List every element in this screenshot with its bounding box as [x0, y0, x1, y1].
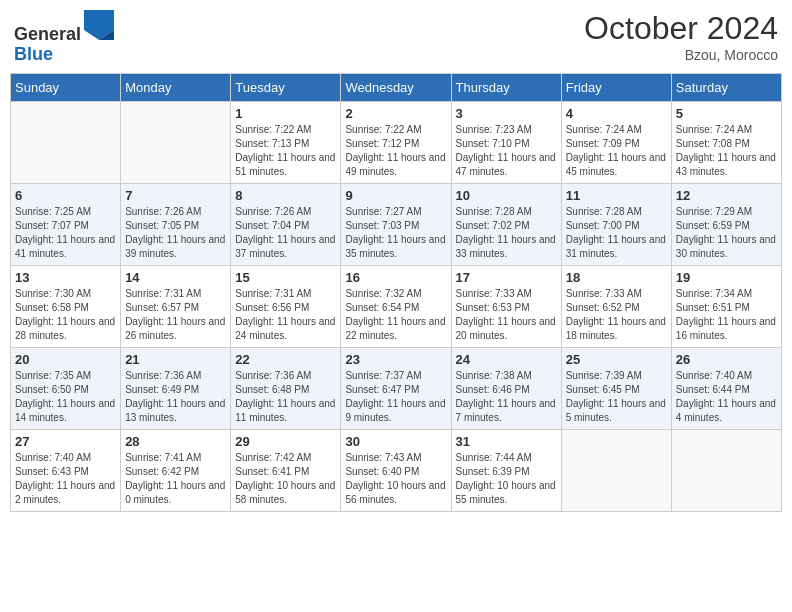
day-info: Sunrise: 7:24 AM Sunset: 7:08 PM Dayligh… — [676, 123, 777, 179]
day-number: 26 — [676, 352, 777, 367]
calendar-cell — [561, 429, 671, 511]
day-info: Sunrise: 7:23 AM Sunset: 7:10 PM Dayligh… — [456, 123, 557, 179]
calendar-cell: 3Sunrise: 7:23 AM Sunset: 7:10 PM Daylig… — [451, 101, 561, 183]
calendar-cell: 26Sunrise: 7:40 AM Sunset: 6:44 PM Dayli… — [671, 347, 781, 429]
calendar-cell: 21Sunrise: 7:36 AM Sunset: 6:49 PM Dayli… — [121, 347, 231, 429]
weekday-header-monday: Monday — [121, 73, 231, 101]
weekday-header-saturday: Saturday — [671, 73, 781, 101]
day-info: Sunrise: 7:41 AM Sunset: 6:42 PM Dayligh… — [125, 451, 226, 507]
day-number: 6 — [15, 188, 116, 203]
day-info: Sunrise: 7:34 AM Sunset: 6:51 PM Dayligh… — [676, 287, 777, 343]
day-info: Sunrise: 7:31 AM Sunset: 6:56 PM Dayligh… — [235, 287, 336, 343]
calendar-table: SundayMondayTuesdayWednesdayThursdayFrid… — [10, 73, 782, 512]
calendar-week-1: 1Sunrise: 7:22 AM Sunset: 7:13 PM Daylig… — [11, 101, 782, 183]
calendar-cell: 30Sunrise: 7:43 AM Sunset: 6:40 PM Dayli… — [341, 429, 451, 511]
calendar-cell: 23Sunrise: 7:37 AM Sunset: 6:47 PM Dayli… — [341, 347, 451, 429]
weekday-header-sunday: Sunday — [11, 73, 121, 101]
calendar-cell: 4Sunrise: 7:24 AM Sunset: 7:09 PM Daylig… — [561, 101, 671, 183]
day-number: 14 — [125, 270, 226, 285]
day-info: Sunrise: 7:36 AM Sunset: 6:48 PM Dayligh… — [235, 369, 336, 425]
calendar-cell — [671, 429, 781, 511]
calendar-cell: 20Sunrise: 7:35 AM Sunset: 6:50 PM Dayli… — [11, 347, 121, 429]
weekday-header-friday: Friday — [561, 73, 671, 101]
calendar-cell — [11, 101, 121, 183]
day-number: 25 — [566, 352, 667, 367]
logo-blue: Blue — [14, 44, 53, 64]
day-number: 29 — [235, 434, 336, 449]
day-number: 11 — [566, 188, 667, 203]
title-block: October 2024 Bzou, Morocco — [584, 10, 778, 63]
calendar-cell: 2Sunrise: 7:22 AM Sunset: 7:12 PM Daylig… — [341, 101, 451, 183]
calendar-week-2: 6Sunrise: 7:25 AM Sunset: 7:07 PM Daylig… — [11, 183, 782, 265]
calendar-cell: 22Sunrise: 7:36 AM Sunset: 6:48 PM Dayli… — [231, 347, 341, 429]
day-info: Sunrise: 7:42 AM Sunset: 6:41 PM Dayligh… — [235, 451, 336, 507]
weekday-header-tuesday: Tuesday — [231, 73, 341, 101]
day-number: 27 — [15, 434, 116, 449]
calendar-cell: 16Sunrise: 7:32 AM Sunset: 6:54 PM Dayli… — [341, 265, 451, 347]
day-info: Sunrise: 7:28 AM Sunset: 7:00 PM Dayligh… — [566, 205, 667, 261]
day-info: Sunrise: 7:36 AM Sunset: 6:49 PM Dayligh… — [125, 369, 226, 425]
calendar-cell: 19Sunrise: 7:34 AM Sunset: 6:51 PM Dayli… — [671, 265, 781, 347]
day-number: 9 — [345, 188, 446, 203]
day-info: Sunrise: 7:24 AM Sunset: 7:09 PM Dayligh… — [566, 123, 667, 179]
logo-general: General — [14, 24, 81, 44]
day-info: Sunrise: 7:22 AM Sunset: 7:13 PM Dayligh… — [235, 123, 336, 179]
calendar-cell: 29Sunrise: 7:42 AM Sunset: 6:41 PM Dayli… — [231, 429, 341, 511]
calendar-cell: 8Sunrise: 7:26 AM Sunset: 7:04 PM Daylig… — [231, 183, 341, 265]
day-info: Sunrise: 7:22 AM Sunset: 7:12 PM Dayligh… — [345, 123, 446, 179]
day-number: 15 — [235, 270, 336, 285]
day-number: 5 — [676, 106, 777, 121]
day-number: 4 — [566, 106, 667, 121]
calendar-cell: 7Sunrise: 7:26 AM Sunset: 7:05 PM Daylig… — [121, 183, 231, 265]
calendar-cell: 10Sunrise: 7:28 AM Sunset: 7:02 PM Dayli… — [451, 183, 561, 265]
day-info: Sunrise: 7:40 AM Sunset: 6:44 PM Dayligh… — [676, 369, 777, 425]
logo: General Blue — [14, 10, 114, 65]
day-info: Sunrise: 7:38 AM Sunset: 6:46 PM Dayligh… — [456, 369, 557, 425]
calendar-cell: 1Sunrise: 7:22 AM Sunset: 7:13 PM Daylig… — [231, 101, 341, 183]
weekday-header-wednesday: Wednesday — [341, 73, 451, 101]
day-number: 17 — [456, 270, 557, 285]
calendar-cell: 28Sunrise: 7:41 AM Sunset: 6:42 PM Dayli… — [121, 429, 231, 511]
calendar-cell: 15Sunrise: 7:31 AM Sunset: 6:56 PM Dayli… — [231, 265, 341, 347]
day-info: Sunrise: 7:35 AM Sunset: 6:50 PM Dayligh… — [15, 369, 116, 425]
calendar-cell: 5Sunrise: 7:24 AM Sunset: 7:08 PM Daylig… — [671, 101, 781, 183]
day-number: 7 — [125, 188, 226, 203]
calendar-body: 1Sunrise: 7:22 AM Sunset: 7:13 PM Daylig… — [11, 101, 782, 511]
day-info: Sunrise: 7:27 AM Sunset: 7:03 PM Dayligh… — [345, 205, 446, 261]
calendar-cell: 27Sunrise: 7:40 AM Sunset: 6:43 PM Dayli… — [11, 429, 121, 511]
day-info: Sunrise: 7:26 AM Sunset: 7:04 PM Dayligh… — [235, 205, 336, 261]
day-info: Sunrise: 7:25 AM Sunset: 7:07 PM Dayligh… — [15, 205, 116, 261]
day-number: 10 — [456, 188, 557, 203]
weekday-header-thursday: Thursday — [451, 73, 561, 101]
day-info: Sunrise: 7:28 AM Sunset: 7:02 PM Dayligh… — [456, 205, 557, 261]
month-title: October 2024 — [584, 10, 778, 47]
calendar-week-4: 20Sunrise: 7:35 AM Sunset: 6:50 PM Dayli… — [11, 347, 782, 429]
calendar-cell: 6Sunrise: 7:25 AM Sunset: 7:07 PM Daylig… — [11, 183, 121, 265]
day-info: Sunrise: 7:43 AM Sunset: 6:40 PM Dayligh… — [345, 451, 446, 507]
day-info: Sunrise: 7:37 AM Sunset: 6:47 PM Dayligh… — [345, 369, 446, 425]
day-number: 31 — [456, 434, 557, 449]
calendar-cell: 13Sunrise: 7:30 AM Sunset: 6:58 PM Dayli… — [11, 265, 121, 347]
calendar-cell: 12Sunrise: 7:29 AM Sunset: 6:59 PM Dayli… — [671, 183, 781, 265]
calendar-cell: 17Sunrise: 7:33 AM Sunset: 6:53 PM Dayli… — [451, 265, 561, 347]
day-info: Sunrise: 7:39 AM Sunset: 6:45 PM Dayligh… — [566, 369, 667, 425]
day-number: 12 — [676, 188, 777, 203]
day-number: 2 — [345, 106, 446, 121]
day-number: 3 — [456, 106, 557, 121]
day-info: Sunrise: 7:31 AM Sunset: 6:57 PM Dayligh… — [125, 287, 226, 343]
day-info: Sunrise: 7:32 AM Sunset: 6:54 PM Dayligh… — [345, 287, 446, 343]
day-number: 23 — [345, 352, 446, 367]
day-number: 20 — [15, 352, 116, 367]
day-number: 8 — [235, 188, 336, 203]
day-number: 30 — [345, 434, 446, 449]
day-number: 16 — [345, 270, 446, 285]
calendar-cell: 9Sunrise: 7:27 AM Sunset: 7:03 PM Daylig… — [341, 183, 451, 265]
calendar-cell: 11Sunrise: 7:28 AM Sunset: 7:00 PM Dayli… — [561, 183, 671, 265]
day-info: Sunrise: 7:40 AM Sunset: 6:43 PM Dayligh… — [15, 451, 116, 507]
calendar-cell: 24Sunrise: 7:38 AM Sunset: 6:46 PM Dayli… — [451, 347, 561, 429]
calendar-cell — [121, 101, 231, 183]
calendar-cell: 14Sunrise: 7:31 AM Sunset: 6:57 PM Dayli… — [121, 265, 231, 347]
day-number: 13 — [15, 270, 116, 285]
day-number: 1 — [235, 106, 336, 121]
page-header: General Blue October 2024 Bzou, Morocco — [10, 10, 782, 65]
